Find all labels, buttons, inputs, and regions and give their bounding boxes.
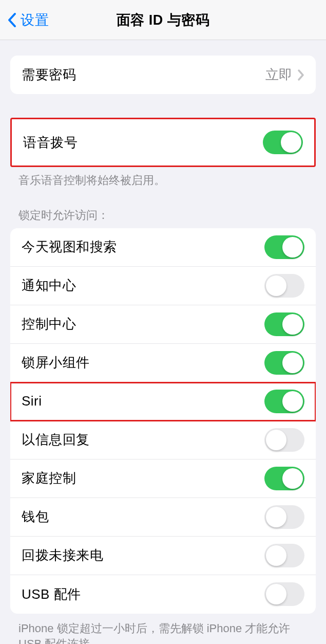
row-label: USB 配件	[22, 585, 81, 603]
row-lock-access-item: 控制中心	[10, 305, 316, 344]
row-label: 控制中心	[22, 315, 76, 333]
toggle-switch[interactable]	[264, 505, 304, 529]
toggle-switch[interactable]	[264, 235, 304, 259]
row-label: 今天视图和搜索	[22, 238, 117, 256]
row-voice-dial: 语音拨号	[12, 119, 314, 165]
toggle-knob	[282, 237, 303, 257]
row-label: 需要密码	[22, 66, 76, 84]
value-text: 立即	[265, 66, 292, 84]
footer-usb: iPhone 锁定超过一小时后，需先解锁 iPhone 才能允许USB 配件连接…	[0, 614, 326, 644]
header-lock-access: 锁定时允许访问：	[0, 188, 326, 228]
back-button[interactable]: 设置	[0, 11, 49, 29]
row-value: 立即	[265, 66, 304, 84]
toggle-knob	[281, 132, 301, 153]
row-lock-access-item: 钱包	[10, 498, 316, 537]
row-label: 家庭控制	[22, 469, 76, 487]
group-require-passcode: 需要密码 立即	[10, 56, 316, 94]
toggle-knob	[282, 353, 303, 373]
toggle-switch[interactable]	[264, 582, 304, 606]
row-label: 锁屏小组件	[22, 354, 90, 372]
toggle-switch[interactable]	[264, 544, 304, 567]
row-label: 以信息回复	[22, 431, 90, 449]
row-lock-access-item: 通知中心	[10, 267, 316, 305]
row-label: 钱包	[22, 508, 49, 526]
toggle-knob	[266, 584, 286, 604]
row-lock-access-item: 以信息回复	[10, 421, 316, 459]
back-label: 设置	[21, 11, 49, 29]
toggle-switch[interactable]	[264, 428, 304, 452]
toggle-voice-dial[interactable]	[263, 131, 303, 154]
toggle-switch[interactable]	[264, 351, 304, 375]
toggle-knob	[282, 468, 303, 489]
chevron-left-icon	[6, 11, 17, 29]
row-lock-access-item: 锁屏小组件	[10, 344, 316, 382]
row-label: 通知中心	[22, 277, 76, 295]
toggle-knob	[266, 545, 286, 566]
toggle-switch[interactable]	[264, 390, 304, 413]
row-label: 回拨未接来电	[22, 546, 103, 564]
row-lock-access-item: 回拨未接来电	[10, 537, 316, 575]
toggle-switch[interactable]	[264, 274, 304, 298]
row-lock-access-item: 今天视图和搜索	[10, 228, 316, 267]
toggle-knob	[282, 391, 303, 412]
toggle-knob	[266, 275, 286, 296]
toggle-knob	[266, 507, 286, 527]
row-lock-access-item: USB 配件	[10, 575, 316, 614]
footer-voice: 音乐语音控制将始终被启用。	[0, 167, 326, 188]
row-lock-access-item: 家庭控制	[10, 459, 316, 498]
toggle-switch[interactable]	[264, 467, 304, 490]
row-label: Siri	[22, 393, 42, 409]
row-lock-access-item: Siri	[10, 382, 316, 421]
group-voice-dial: 语音拨号	[10, 118, 316, 167]
row-label: 语音拨号	[23, 134, 78, 152]
chevron-right-icon	[297, 69, 304, 81]
nav-bar: 设置 面容 ID 与密码	[0, 0, 326, 40]
toggle-knob	[266, 430, 286, 450]
row-require-passcode[interactable]: 需要密码 立即	[10, 56, 316, 94]
toggle-knob	[282, 314, 303, 335]
group-lock-access: 今天视图和搜索通知中心控制中心锁屏小组件Siri以信息回复家庭控制钱包回拨未接来…	[10, 228, 316, 614]
toggle-switch[interactable]	[264, 312, 304, 336]
content: 需要密码 立即 语音拨号 音乐语音控制将始终被启用。 锁定时允许访问： 今天视图…	[0, 56, 326, 644]
